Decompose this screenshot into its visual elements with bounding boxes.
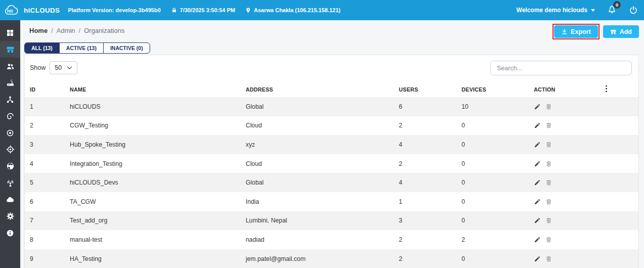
table-row[interactable]: 3 Hub_Spoke_Testing xyz 4 0 — [25, 135, 638, 154]
table-row[interactable]: 6 TA_CGW India 1 0 — [25, 192, 638, 211]
topology-icon — [6, 96, 14, 104]
cell-name: Hub_Spoke_Testing — [65, 141, 241, 148]
breadcrumb-home[interactable]: Home — [29, 27, 48, 34]
crosshair-icon — [6, 145, 15, 154]
delete-trash-icon[interactable] — [545, 198, 552, 205]
column-header-users[interactable]: USERS — [394, 86, 456, 93]
globe-icon — [6, 162, 15, 170]
cell-address: Cloud — [241, 160, 394, 167]
filter-tab[interactable]: ALL (13) — [24, 42, 60, 54]
table-row[interactable]: 7 Test_add_org Lumbini, Nepal 3 0 — [25, 211, 638, 231]
table-row[interactable]: 4 Integration_Testing Cloud 2 0 — [25, 154, 638, 173]
column-options-button[interactable] — [600, 85, 638, 94]
cell-address: Global — [241, 103, 394, 110]
organizations-card: Show 50 ID NAME ADDRESS USERS DEVICES AC… — [24, 55, 639, 268]
welcome-text: Welcome demo hiclouds — [517, 7, 587, 14]
column-header-action: ACTION — [529, 86, 600, 93]
cell-devices: 0 — [456, 141, 529, 148]
cell-devices: 0 — [456, 198, 529, 205]
datetime-text: 7/30/2025 3:50:54 PM — [180, 7, 235, 13]
cell-id: 1 — [25, 103, 65, 110]
column-header-id[interactable]: ID — [25, 86, 65, 93]
notification-count-badge: 0 — [613, 1, 621, 9]
antenna-icon — [6, 178, 15, 187]
cloud-logo-icon: Hi! — [4, 4, 21, 17]
sidebar-item-broadcast[interactable] — [0, 174, 20, 191]
cell-address: Cloud — [241, 122, 394, 129]
sidebar-item-organizations[interactable] — [0, 41, 20, 58]
delete-trash-icon[interactable] — [545, 141, 552, 148]
info-icon — [6, 229, 14, 237]
edit-pencil-icon[interactable] — [534, 103, 541, 110]
filter-tab[interactable]: INACTIVE (0) — [103, 42, 150, 54]
delete-trash-icon[interactable] — [545, 217, 552, 224]
sidebar-item-about[interactable] — [0, 225, 20, 241]
column-header-devices[interactable]: DEVICES — [456, 86, 529, 93]
cell-devices: 0 — [456, 160, 529, 167]
sidebar-item-settings[interactable] — [0, 208, 20, 225]
sidebar-item-hub[interactable] — [0, 108, 20, 124]
dashboard-grid-icon — [6, 29, 14, 37]
sidebar-item-topology[interactable] — [0, 91, 20, 108]
sidebar-item-global[interactable] — [0, 158, 20, 174]
edit-pencil-icon[interactable] — [534, 217, 541, 224]
sidebar-item-users[interactable] — [0, 58, 20, 74]
add-button[interactable]: Add — [603, 25, 639, 38]
table-row[interactable]: 2 CGW_Testing Cloud 2 0 — [25, 116, 638, 136]
cell-name: Test_add_org — [65, 217, 241, 224]
cell-address: Global — [241, 179, 394, 186]
cell-action — [529, 141, 600, 148]
delete-trash-icon[interactable] — [545, 255, 552, 262]
notifications-button[interactable]: 0 — [607, 4, 617, 16]
delete-trash-icon[interactable] — [545, 122, 552, 129]
edit-pencil-icon[interactable] — [534, 198, 541, 205]
cell-address: India — [241, 198, 394, 205]
export-button[interactable]: Export — [554, 25, 598, 38]
delete-trash-icon[interactable] — [545, 179, 552, 186]
edit-pencil-icon[interactable] — [534, 236, 541, 243]
users-icon — [6, 62, 15, 70]
breadcrumb-organizations: Organizations — [84, 27, 124, 34]
edit-pencil-icon[interactable] — [534, 141, 541, 148]
edit-pencil-icon[interactable] — [534, 122, 541, 129]
edit-pencil-icon[interactable] — [534, 160, 541, 167]
delete-trash-icon[interactable] — [545, 236, 552, 243]
sidebar-item-dashboard[interactable] — [0, 24, 20, 41]
brand-name: hiCLOUDS — [24, 7, 60, 14]
edit-pencil-icon[interactable] — [534, 255, 541, 262]
chevron-down-icon — [67, 66, 72, 70]
search-input[interactable] — [490, 61, 632, 75]
cloud-icon — [6, 196, 15, 204]
filter-tab[interactable]: ACTIVE (13) — [59, 42, 104, 54]
edit-pencil-icon[interactable] — [534, 179, 541, 186]
table-row[interactable]: 9 HA_Testing jem.patel@gmail.com 2 0 — [25, 249, 638, 268]
cell-action — [529, 217, 600, 224]
column-header-name[interactable]: NAME — [65, 86, 241, 93]
location-text: Asarwa Chakla (106.215.158.121) — [254, 7, 340, 13]
table-row[interactable]: 5 hiCLOUDS_Devs Global 4 0 — [25, 173, 638, 192]
cell-name: manual-test — [65, 236, 241, 243]
spiral-icon — [6, 112, 14, 120]
logout-button[interactable] — [629, 6, 638, 15]
cell-address: nadiad — [241, 236, 394, 243]
cell-address: Lumbini, Nepal — [241, 217, 394, 224]
breadcrumb-admin[interactable]: Admin — [57, 27, 75, 34]
cell-users: 4 — [394, 141, 456, 148]
cell-action — [529, 160, 600, 167]
table-row[interactable]: 8 manual-test nadiad 2 2 — [25, 230, 638, 249]
cell-users: 2 — [394, 255, 456, 262]
sidebar-item-devices[interactable] — [0, 74, 20, 91]
page-size-select[interactable]: 50 — [50, 61, 77, 74]
sidebar-item-locate[interactable] — [0, 141, 20, 158]
user-menu[interactable]: Welcome demo hiclouds — [517, 7, 595, 14]
column-header-address[interactable]: ADDRESS — [241, 86, 394, 93]
delete-trash-icon[interactable] — [545, 160, 552, 167]
cell-name: Integration_Testing — [65, 160, 241, 167]
cell-devices: 0 — [456, 122, 529, 129]
table-row[interactable]: 1 hiCLOUDS Global 6 10 — [25, 97, 638, 116]
sidebar-item-cloud[interactable] — [0, 191, 20, 208]
delete-trash-icon[interactable] — [545, 103, 552, 110]
download-icon — [561, 28, 568, 35]
brand-logo[interactable]: Hi! hiCLOUDS — [4, 4, 60, 17]
sidebar-item-monitoring[interactable] — [0, 124, 20, 141]
